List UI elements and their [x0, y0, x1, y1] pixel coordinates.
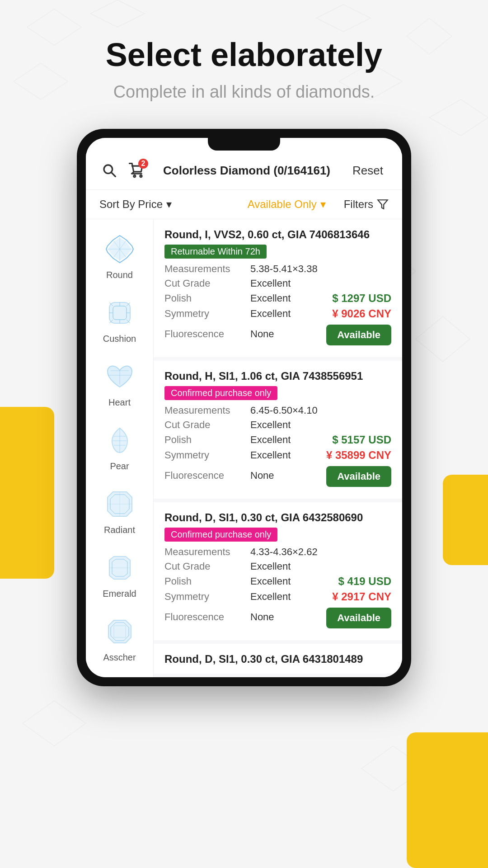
yellow-accent-bottom-right [407, 732, 488, 868]
spec-row-measurements-1: Measurements 6.45-6.50×4.10 [164, 405, 391, 416]
cut-label-0: Cut Grade [164, 278, 250, 289]
polish-label-0: Polish [164, 292, 250, 304]
price-usd-1: $ 5157 USD [332, 434, 391, 446]
cushion-shape-icon [102, 295, 138, 331]
asscher-label: Asscher [103, 652, 136, 663]
measurements-label-2: Measurements [164, 546, 250, 558]
measurements-label-1: Measurements [164, 405, 250, 416]
fluorescence-label-1: Fluorescence [164, 470, 250, 481]
shape-item-cushion[interactable]: Cushion [86, 288, 153, 351]
spec-row-symmetry-1: Symmetry Excellent ¥ 35899 CNY [164, 449, 391, 462]
price-cny-2: ¥ 2917 CNY [332, 590, 391, 603]
shape-item-radiant[interactable]: Radiant [86, 479, 153, 542]
cut-label-1: Cut Grade [164, 419, 250, 431]
pear-shape-icon [102, 422, 138, 458]
diamond-item-0[interactable]: Round, I, VVS2, 0.60 ct, GIA 7406813646 … [154, 219, 402, 361]
price-col-1: $ 5157 USD [301, 434, 391, 446]
search-button[interactable] [99, 160, 119, 180]
radiant-shape-icon [102, 486, 138, 522]
filters-button[interactable]: Filters [344, 198, 389, 211]
polish-value-1: Excellent [250, 434, 301, 446]
filter-bar: Sort By Price ▾ Available Only ▾ Filters [86, 190, 402, 219]
cart-badge: 2 [138, 159, 148, 169]
diamond-specs-2: Measurements 4.33-4.36×2.62 Cut Grade Ex… [164, 546, 391, 628]
cart-button[interactable]: 2 [127, 160, 146, 180]
spec-row-fluorescence-2: Fluorescence None Available [164, 606, 391, 628]
cushion-label: Cushion [103, 334, 136, 344]
cut-label-2: Cut Grade [164, 561, 250, 572]
fluorescence-value-2: None [250, 611, 326, 623]
svg-line-13 [112, 173, 116, 177]
price-cny-col-2: ¥ 2917 CNY [301, 590, 391, 603]
svg-marker-47 [108, 620, 131, 643]
available-only-button[interactable]: Available Only ▾ [248, 198, 326, 211]
phone-notch [208, 138, 280, 151]
diamond-title-2: Round, D, SI1, 0.30 ct, GIA 6432580690 [164, 511, 391, 524]
diamond-item-3[interactable]: Round, D, SI1, 0.30 ct, GIA 6431801489 [154, 644, 402, 677]
badge-returnable-0: Returnable Within 72h [164, 245, 267, 259]
cut-value-0: Excellent [250, 278, 391, 289]
measurements-value-0: 5.38-5.41×3.38 [250, 263, 391, 275]
price-cny-0: ¥ 9026 CNY [332, 307, 391, 320]
main-content: Round [86, 219, 402, 677]
polish-value-0: Excellent [250, 292, 301, 304]
price-cny-col-1: ¥ 35899 CNY [301, 449, 391, 462]
emerald-shape-icon [102, 550, 138, 586]
diamond-title-1: Round, H, SI1, 1.06 ct, GIA 7438556951 [164, 370, 391, 382]
spec-row-cut-0: Cut Grade Excellent [164, 278, 391, 289]
spec-row-measurements-2: Measurements 4.33-4.36×2.62 [164, 546, 391, 558]
symmetry-label-2: Symmetry [164, 591, 250, 603]
shape-item-emerald[interactable]: Emerald [86, 542, 153, 606]
polish-label-2: Polish [164, 576, 250, 587]
available-tag-2[interactable]: Available [326, 608, 391, 628]
price-usd-2: $ 419 USD [338, 575, 391, 588]
radiant-label: Radiant [104, 525, 135, 535]
fluorescence-value-0: None [250, 328, 326, 340]
spec-row-symmetry-0: Symmetry Excellent ¥ 9026 CNY [164, 307, 391, 320]
measurements-value-1: 6.45-6.50×4.10 [250, 405, 391, 416]
phone-screen: 2 Colorless Diamond (0/164161) Reset Sor… [86, 138, 402, 677]
symmetry-label-1: Symmetry [164, 449, 250, 461]
available-tag-1[interactable]: Available [326, 466, 391, 487]
spec-row-polish-2: Polish Excellent $ 419 USD [164, 575, 391, 588]
symmetry-value-0: Excellent [250, 308, 301, 320]
symmetry-value-2: Excellent [250, 591, 301, 603]
available-tag-0[interactable]: Available [326, 325, 391, 345]
spec-row-measurements-0: Measurements 5.38-5.41×3.38 [164, 263, 391, 275]
spec-row-fluorescence-1: Fluorescence None Available [164, 464, 391, 487]
svg-marker-9 [23, 701, 86, 746]
phone-wrapper: 2 Colorless Diamond (0/164161) Reset Sor… [0, 129, 488, 686]
chevron-down-icon-available: ▾ [320, 198, 326, 211]
page-header: Select elaborately Complete in all kinds… [0, 0, 488, 129]
svg-point-14 [134, 175, 136, 177]
svg-marker-16 [378, 200, 388, 209]
cut-value-1: Excellent [250, 419, 391, 431]
fluorescence-label-2: Fluorescence [164, 611, 250, 623]
pear-label: Pear [110, 461, 129, 472]
diamond-title-0: Round, I, VVS2, 0.60 ct, GIA 7406813646 [164, 228, 391, 241]
chevron-down-icon: ▾ [166, 198, 172, 211]
shape-item-asscher[interactable]: Asscher [86, 606, 153, 670]
cut-value-2: Excellent [250, 561, 391, 572]
polish-label-1: Polish [164, 434, 250, 446]
reset-button[interactable]: Reset [347, 161, 389, 180]
price-usd-0: $ 1297 USD [332, 292, 391, 305]
heart-shape-icon [102, 359, 138, 395]
symmetry-value-1: Excellent [250, 449, 301, 461]
diamond-item-1[interactable]: Round, H, SI1, 1.06 ct, GIA 7438556951 C… [154, 361, 402, 502]
spec-row-cut-2: Cut Grade Excellent [164, 561, 391, 572]
price-cny-col-0: ¥ 9026 CNY [301, 307, 391, 320]
search-icon [102, 163, 117, 178]
price-col-0: $ 1297 USD [301, 292, 391, 305]
spec-row-symmetry-2: Symmetry Excellent ¥ 2917 CNY [164, 590, 391, 603]
round-label: Round [106, 270, 133, 280]
shape-item-pear[interactable]: Pear [86, 415, 153, 479]
diamond-item-2[interactable]: Round, D, SI1, 0.30 ct, GIA 6432580690 C… [154, 502, 402, 644]
filter-icon [377, 198, 389, 210]
shape-item-round[interactable]: Round [86, 224, 153, 288]
asscher-shape-icon [102, 613, 138, 650]
measurements-value-2: 4.33-4.36×2.62 [250, 546, 391, 558]
sort-by-price-button[interactable]: Sort By Price ▾ [99, 198, 172, 211]
shape-item-heart[interactable]: Heart [86, 351, 153, 415]
fluorescence-value-1: None [250, 470, 326, 481]
